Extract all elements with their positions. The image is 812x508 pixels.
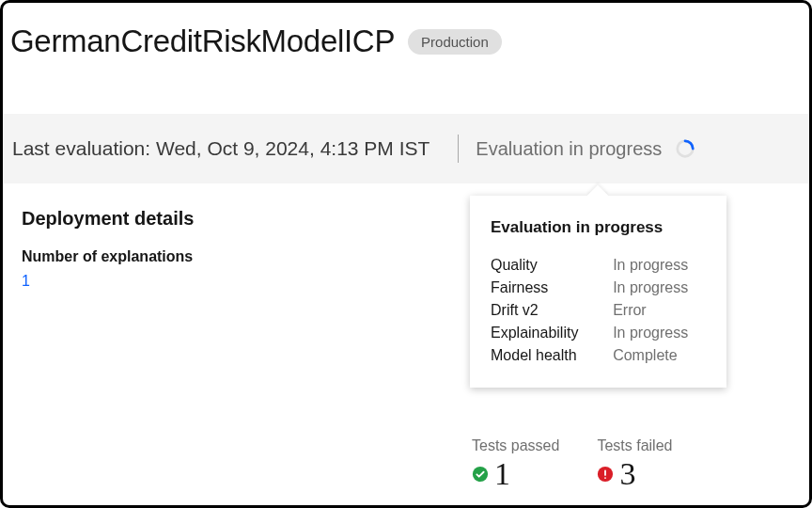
spinner-icon — [675, 138, 695, 159]
metric-label: Quality — [491, 254, 613, 277]
evaluation-progress-popover: Evaluation in progress Quality In progre… — [470, 196, 726, 388]
tests-passed-label: Tests passed — [472, 437, 559, 454]
metric-status: Error — [613, 299, 706, 322]
table-row: Explainability In progress — [491, 322, 706, 344]
popover-title: Evaluation in progress — [491, 218, 706, 237]
table-row: Model health Complete — [491, 344, 706, 367]
svg-rect-4 — [604, 477, 606, 479]
table-row: Quality In progress — [491, 254, 706, 277]
evaluation-bar: Last evaluation: Wed, Oct 9, 2024, 4:13 … — [3, 114, 809, 183]
tests-summary: Tests passed 1 Tests failed 3 — [472, 437, 672, 490]
last-evaluation-label: Last evaluation: — [12, 137, 156, 159]
page-header: GermanCreditRiskModelICP Production — [3, 3, 809, 69]
metric-label: Fairness — [491, 277, 613, 299]
tests-passed-value: 1 — [494, 458, 510, 490]
tests-failed-value-row: 3 — [597, 458, 672, 490]
tests-failed: Tests failed 3 — [597, 437, 672, 490]
environment-badge: Production — [408, 29, 502, 55]
tests-failed-value: 3 — [619, 458, 635, 490]
error-icon — [597, 466, 614, 483]
last-evaluation-timestamp: Wed, Oct 9, 2024, 4:13 PM IST — [156, 137, 429, 159]
evaluation-status-table: Quality In progress Fairness In progress… — [491, 254, 706, 367]
evaluation-progress-label[interactable]: Evaluation in progress — [476, 138, 662, 160]
metric-status: In progress — [613, 277, 706, 299]
vertical-divider — [458, 135, 459, 163]
last-evaluation-text: Last evaluation: Wed, Oct 9, 2024, 4:13 … — [12, 137, 429, 160]
svg-rect-3 — [604, 470, 606, 476]
tests-passed: Tests passed 1 — [472, 437, 559, 490]
metric-status: Complete — [613, 344, 706, 367]
checkmark-icon — [472, 466, 489, 483]
metric-label: Model health — [491, 344, 613, 367]
tests-passed-value-row: 1 — [472, 458, 559, 490]
table-row: Drift v2 Error — [491, 299, 706, 322]
metric-status: In progress — [613, 322, 706, 344]
table-row: Fairness In progress — [491, 277, 706, 299]
tests-failed-label: Tests failed — [597, 437, 672, 454]
page-title: GermanCreditRiskModelICP — [10, 24, 395, 59]
metric-status: In progress — [613, 254, 706, 277]
metric-label: Explainability — [491, 322, 613, 344]
svg-point-1 — [473, 467, 488, 482]
metric-label: Drift v2 — [491, 299, 613, 322]
